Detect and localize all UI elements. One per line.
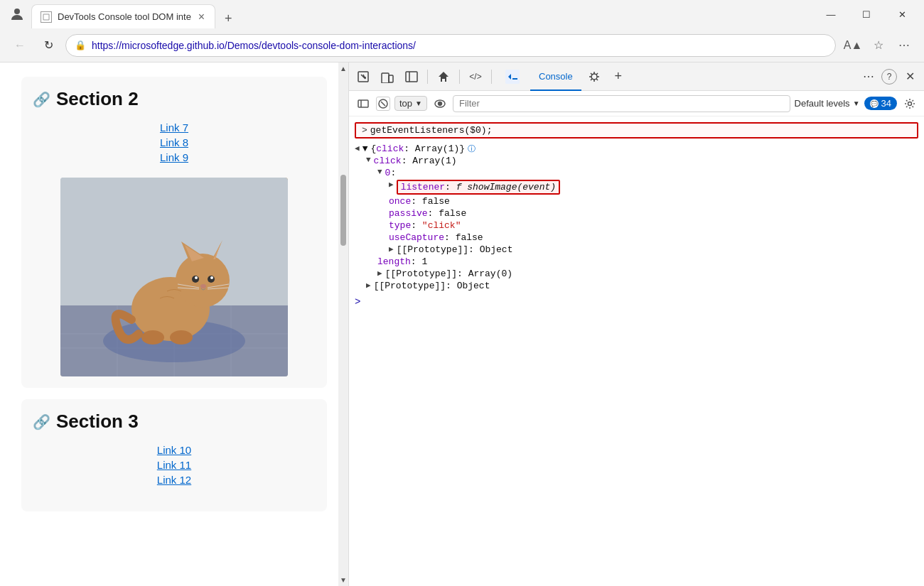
svg-rect-28 [382,73,389,83]
devtools-actions: ⋯ ? ✕ [857,65,921,88]
scroll-down-arrow[interactable]: ▼ [338,574,348,586]
link-8[interactable]: Link 8 [160,136,188,148]
proto-obj2-text: [[Prototype]]: Object [374,281,490,291]
title-bar: DevTools Console tool DOM inte × + — ☐ ✕ [0,0,924,28]
read-aloud-button[interactable]: A▲ [842,34,864,57]
section-3-link-icon: 🔗 [33,413,50,430]
expand-arrow-proto-array[interactable]: ▶ [377,268,382,278]
type-val: "click" [422,220,461,231]
settings-button[interactable] [901,95,918,112]
svg-rect-29 [389,75,393,82]
console-prompt-line: > [349,293,924,310]
add-tool-button[interactable]: + [607,65,630,88]
cat-image [60,178,288,376]
home-button[interactable] [432,65,455,88]
output-type-line: type : "click" [355,219,918,232]
more-tools-button[interactable]: ⋯ [857,65,880,88]
expand-arrow-proto-obj[interactable]: ▶ [389,244,394,254]
scrollbar-thumb[interactable] [340,175,346,246]
device-toolbar-button[interactable] [376,65,399,88]
link-11[interactable]: Link 11 [157,459,191,471]
maximize-button[interactable]: ☐ [850,3,883,26]
refresh-button[interactable]: ↻ [37,34,60,57]
sidebar-toggle-button[interactable] [400,65,423,88]
section-2-heading: 🔗 Section 2 [33,88,316,110]
output-root-line: ◀ ▼ {click: Array(1)} ⓘ [355,143,918,155]
passive-val: false [439,208,466,219]
svg-point-43 [908,102,912,105]
console-sidebar-button[interactable] [355,95,372,112]
context-selector[interactable]: top ▼ [394,96,427,111]
length-val: 1 [421,256,427,267]
expand-arrow-proto-obj2[interactable]: ▶ [366,281,371,290]
main-content: 🔗 Section 2 Link 7 Link 8 Link 9 [0,63,924,586]
link-10[interactable]: Link 10 [157,444,191,456]
output-click-val: Array(1) [412,156,456,166]
console-command: getEventListeners($0); [370,125,493,136]
collapse-arrow-click[interactable]: ▼ [366,156,371,164]
issues-badge[interactable]: 💬 34 [864,97,897,110]
svg-point-25 [141,330,164,344]
devtools-close-button[interactable]: ✕ [898,65,921,88]
link-7[interactable]: Link 7 [160,121,188,134]
section-3-card: 🔗 Section 3 Link 10 Link 11 Link 12 [21,399,327,511]
issues-count: 34 [881,98,891,109]
collapse-arrow-index[interactable]: ▼ [377,168,382,176]
once-val: false [422,196,450,207]
filter-input[interactable] [453,95,790,112]
eye-button[interactable] [431,95,448,112]
console-content: > getEventListeners($0); ◀ ▼ {click: Arr… [349,116,924,586]
output-listener-line: ▶ listener : f showImage(event) [355,179,918,195]
passive-separator: : [428,208,439,219]
collapse-arrow-root[interactable]: ◀ [355,143,360,153]
active-tab[interactable]: DevTools Console tool DOM inte × [31,4,215,28]
tab-close-button[interactable]: × [197,9,206,25]
usecapture-key: useCapture [389,232,444,243]
section-2-links: Link 7 Link 8 Link 9 [33,121,316,163]
webpage-scrollbar[interactable]: ▲ ▼ [338,63,348,586]
levels-dropdown-arrow: ▼ [853,99,860,107]
console-clear-button[interactable] [376,97,390,111]
levels-button[interactable]: Default levels ▼ [795,98,860,109]
type-separator: : [411,220,422,231]
debug-button[interactable] [583,65,606,88]
source-code-button[interactable]: </> [464,65,487,88]
favorites-button[interactable]: ☆ [867,34,890,57]
length-key: length [377,256,411,267]
new-tab-button[interactable]: + [218,9,238,28]
collapse-arrow-listener[interactable]: ▶ [389,180,394,189]
section-2-link-icon: 🔗 [33,91,50,108]
output-passive-line: passive : false [355,207,918,219]
console-cursor[interactable]: > [355,296,360,308]
output-click-separator: : [402,156,413,166]
output-index-key: 0 [385,168,391,178]
svg-rect-35 [358,100,368,107]
link-9[interactable]: Link 9 [160,151,188,163]
help-button[interactable]: ? [881,69,897,85]
section-3-heading: 🔗 Section 3 [33,411,316,433]
link-12[interactable]: Link 12 [157,474,191,486]
svg-point-26 [170,330,193,344]
context-dropdown-arrow: ▼ [415,99,422,107]
usecapture-val: false [456,232,483,243]
webpage-panel: 🔗 Section 2 Link 7 Link 8 Link 9 [0,63,348,586]
output-proto-obj2-line: ▶ [[Prototype]]: Object [355,280,918,292]
scroll-up-arrow[interactable]: ▲ [338,63,348,75]
tab-title: DevTools Console tool DOM inte [58,11,191,22]
tab-console[interactable]: Console [530,63,581,91]
url-bar[interactable]: 🔒 https://microsoftedge.github.io/Demos/… [65,34,836,57]
address-actions: A▲ ☆ ⋯ [842,34,915,57]
minimize-button[interactable]: — [815,3,847,26]
inspect-element-button[interactable] [352,65,375,88]
more-button[interactable]: ⋯ [893,34,915,57]
close-button[interactable]: ✕ [886,3,918,26]
svg-rect-32 [505,70,520,84]
section-3-title: Section 3 [56,411,139,433]
info-icon[interactable]: ⓘ [468,143,476,154]
back-button[interactable]: ← [9,34,31,57]
output-root-arrow[interactable]: ▼ [362,143,368,154]
console-icon[interactable] [496,63,529,91]
profile-icon[interactable] [6,3,28,26]
svg-text:💬: 💬 [871,100,878,107]
webpage-content: 🔗 Section 2 Link 7 Link 8 Link 9 [0,63,348,537]
